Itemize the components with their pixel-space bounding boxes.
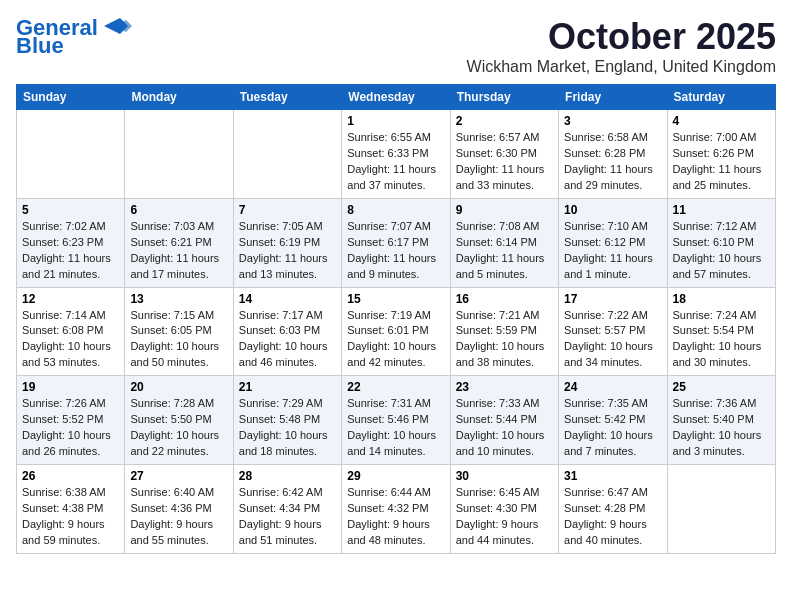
day-number: 20 [130, 380, 227, 394]
page-header: General Blue October 2025 Wickham Market… [16, 16, 776, 76]
day-number: 25 [673, 380, 770, 394]
logo-blue-text: Blue [16, 34, 64, 58]
weekday-header-cell: Wednesday [342, 85, 450, 110]
day-info: Sunrise: 6:47 AM Sunset: 4:28 PM Dayligh… [564, 485, 661, 549]
day-info: Sunrise: 7:03 AM Sunset: 6:21 PM Dayligh… [130, 219, 227, 283]
day-number: 5 [22, 203, 119, 217]
calendar-day-cell: 25Sunrise: 7:36 AM Sunset: 5:40 PM Dayli… [667, 376, 775, 465]
calendar-day-cell [17, 110, 125, 199]
weekday-header-row: SundayMondayTuesdayWednesdayThursdayFrid… [17, 85, 776, 110]
day-info: Sunrise: 7:22 AM Sunset: 5:57 PM Dayligh… [564, 308, 661, 372]
day-number: 19 [22, 380, 119, 394]
day-number: 28 [239, 469, 336, 483]
day-info: Sunrise: 7:05 AM Sunset: 6:19 PM Dayligh… [239, 219, 336, 283]
day-info: Sunrise: 7:00 AM Sunset: 6:26 PM Dayligh… [673, 130, 770, 194]
calendar-day-cell: 23Sunrise: 7:33 AM Sunset: 5:44 PM Dayli… [450, 376, 558, 465]
location: Wickham Market, England, United Kingdom [467, 58, 776, 76]
calendar-day-cell: 2Sunrise: 6:57 AM Sunset: 6:30 PM Daylig… [450, 110, 558, 199]
day-number: 2 [456, 114, 553, 128]
day-number: 15 [347, 292, 444, 306]
calendar-day-cell: 1Sunrise: 6:55 AM Sunset: 6:33 PM Daylig… [342, 110, 450, 199]
day-number: 16 [456, 292, 553, 306]
weekday-header-cell: Tuesday [233, 85, 341, 110]
day-number: 22 [347, 380, 444, 394]
calendar-day-cell: 10Sunrise: 7:10 AM Sunset: 6:12 PM Dayli… [559, 198, 667, 287]
day-info: Sunrise: 7:07 AM Sunset: 6:17 PM Dayligh… [347, 219, 444, 283]
day-number: 17 [564, 292, 661, 306]
day-number: 14 [239, 292, 336, 306]
calendar-day-cell: 14Sunrise: 7:17 AM Sunset: 6:03 PM Dayli… [233, 287, 341, 376]
weekday-header-cell: Thursday [450, 85, 558, 110]
calendar-day-cell: 4Sunrise: 7:00 AM Sunset: 6:26 PM Daylig… [667, 110, 775, 199]
calendar-week-row: 1Sunrise: 6:55 AM Sunset: 6:33 PM Daylig… [17, 110, 776, 199]
day-info: Sunrise: 7:17 AM Sunset: 6:03 PM Dayligh… [239, 308, 336, 372]
day-number: 31 [564, 469, 661, 483]
day-info: Sunrise: 7:02 AM Sunset: 6:23 PM Dayligh… [22, 219, 119, 283]
calendar-day-cell [233, 110, 341, 199]
calendar-day-cell: 11Sunrise: 7:12 AM Sunset: 6:10 PM Dayli… [667, 198, 775, 287]
day-info: Sunrise: 7:12 AM Sunset: 6:10 PM Dayligh… [673, 219, 770, 283]
calendar-day-cell: 6Sunrise: 7:03 AM Sunset: 6:21 PM Daylig… [125, 198, 233, 287]
calendar-day-cell: 27Sunrise: 6:40 AM Sunset: 4:36 PM Dayli… [125, 465, 233, 554]
calendar-day-cell: 13Sunrise: 7:15 AM Sunset: 6:05 PM Dayli… [125, 287, 233, 376]
day-number: 4 [673, 114, 770, 128]
day-info: Sunrise: 7:08 AM Sunset: 6:14 PM Dayligh… [456, 219, 553, 283]
calendar-day-cell: 18Sunrise: 7:24 AM Sunset: 5:54 PM Dayli… [667, 287, 775, 376]
calendar-day-cell: 20Sunrise: 7:28 AM Sunset: 5:50 PM Dayli… [125, 376, 233, 465]
calendar-day-cell: 9Sunrise: 7:08 AM Sunset: 6:14 PM Daylig… [450, 198, 558, 287]
calendar-body: 1Sunrise: 6:55 AM Sunset: 6:33 PM Daylig… [17, 110, 776, 554]
calendar-day-cell: 7Sunrise: 7:05 AM Sunset: 6:19 PM Daylig… [233, 198, 341, 287]
day-info: Sunrise: 6:55 AM Sunset: 6:33 PM Dayligh… [347, 130, 444, 194]
calendar-day-cell: 19Sunrise: 7:26 AM Sunset: 5:52 PM Dayli… [17, 376, 125, 465]
day-info: Sunrise: 7:31 AM Sunset: 5:46 PM Dayligh… [347, 396, 444, 460]
weekday-header-cell: Friday [559, 85, 667, 110]
day-info: Sunrise: 7:26 AM Sunset: 5:52 PM Dayligh… [22, 396, 119, 460]
calendar-day-cell: 26Sunrise: 6:38 AM Sunset: 4:38 PM Dayli… [17, 465, 125, 554]
calendar-day-cell: 3Sunrise: 6:58 AM Sunset: 6:28 PM Daylig… [559, 110, 667, 199]
calendar-day-cell [667, 465, 775, 554]
day-number: 8 [347, 203, 444, 217]
day-info: Sunrise: 7:14 AM Sunset: 6:08 PM Dayligh… [22, 308, 119, 372]
calendar-day-cell: 30Sunrise: 6:45 AM Sunset: 4:30 PM Dayli… [450, 465, 558, 554]
day-number: 6 [130, 203, 227, 217]
day-number: 12 [22, 292, 119, 306]
day-number: 1 [347, 114, 444, 128]
day-info: Sunrise: 6:58 AM Sunset: 6:28 PM Dayligh… [564, 130, 661, 194]
weekday-header-cell: Saturday [667, 85, 775, 110]
day-info: Sunrise: 7:10 AM Sunset: 6:12 PM Dayligh… [564, 219, 661, 283]
calendar-day-cell: 24Sunrise: 7:35 AM Sunset: 5:42 PM Dayli… [559, 376, 667, 465]
calendar-week-row: 12Sunrise: 7:14 AM Sunset: 6:08 PM Dayli… [17, 287, 776, 376]
calendar-day-cell: 21Sunrise: 7:29 AM Sunset: 5:48 PM Dayli… [233, 376, 341, 465]
day-info: Sunrise: 6:40 AM Sunset: 4:36 PM Dayligh… [130, 485, 227, 549]
day-info: Sunrise: 6:45 AM Sunset: 4:30 PM Dayligh… [456, 485, 553, 549]
calendar-day-cell: 29Sunrise: 6:44 AM Sunset: 4:32 PM Dayli… [342, 465, 450, 554]
day-number: 7 [239, 203, 336, 217]
calendar-day-cell: 16Sunrise: 7:21 AM Sunset: 5:59 PM Dayli… [450, 287, 558, 376]
calendar-week-row: 5Sunrise: 7:02 AM Sunset: 6:23 PM Daylig… [17, 198, 776, 287]
calendar-day-cell: 28Sunrise: 6:42 AM Sunset: 4:34 PM Dayli… [233, 465, 341, 554]
calendar-day-cell: 8Sunrise: 7:07 AM Sunset: 6:17 PM Daylig… [342, 198, 450, 287]
day-info: Sunrise: 7:15 AM Sunset: 6:05 PM Dayligh… [130, 308, 227, 372]
day-number: 10 [564, 203, 661, 217]
calendar-day-cell: 12Sunrise: 7:14 AM Sunset: 6:08 PM Dayli… [17, 287, 125, 376]
day-info: Sunrise: 7:21 AM Sunset: 5:59 PM Dayligh… [456, 308, 553, 372]
day-number: 11 [673, 203, 770, 217]
day-number: 13 [130, 292, 227, 306]
calendar-day-cell: 15Sunrise: 7:19 AM Sunset: 6:01 PM Dayli… [342, 287, 450, 376]
day-number: 29 [347, 469, 444, 483]
calendar-day-cell: 5Sunrise: 7:02 AM Sunset: 6:23 PM Daylig… [17, 198, 125, 287]
logo-arrow-icon [100, 16, 132, 36]
weekday-header-cell: Monday [125, 85, 233, 110]
day-number: 24 [564, 380, 661, 394]
day-number: 26 [22, 469, 119, 483]
day-info: Sunrise: 6:38 AM Sunset: 4:38 PM Dayligh… [22, 485, 119, 549]
logo: General Blue [16, 16, 132, 58]
day-number: 18 [673, 292, 770, 306]
calendar-week-row: 19Sunrise: 7:26 AM Sunset: 5:52 PM Dayli… [17, 376, 776, 465]
day-number: 23 [456, 380, 553, 394]
day-info: Sunrise: 7:33 AM Sunset: 5:44 PM Dayligh… [456, 396, 553, 460]
day-info: Sunrise: 7:35 AM Sunset: 5:42 PM Dayligh… [564, 396, 661, 460]
day-info: Sunrise: 7:19 AM Sunset: 6:01 PM Dayligh… [347, 308, 444, 372]
day-number: 30 [456, 469, 553, 483]
day-info: Sunrise: 7:24 AM Sunset: 5:54 PM Dayligh… [673, 308, 770, 372]
